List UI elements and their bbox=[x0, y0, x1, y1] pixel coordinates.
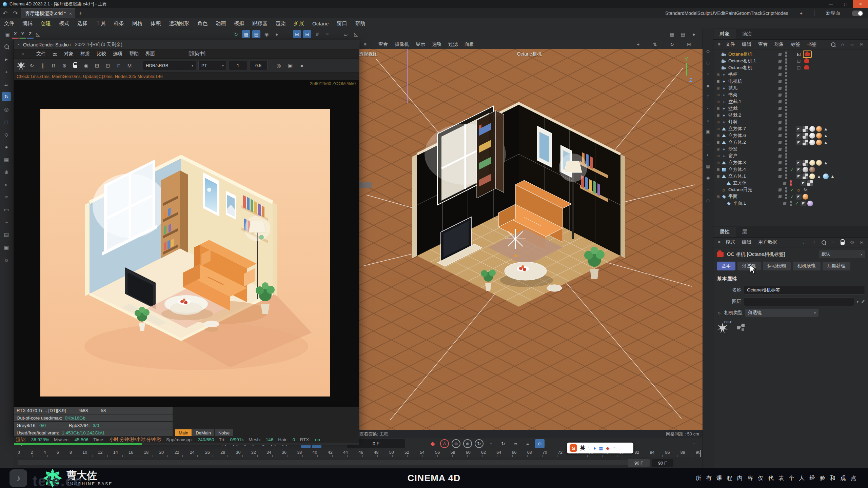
camera-type-dropdown[interactable]: 薄透镜▾ bbox=[745, 309, 818, 317]
octane-menu-item[interactable]: 对象 bbox=[61, 51, 77, 56]
object-row[interactable]: 立方体◤ bbox=[713, 180, 868, 186]
cube-icon[interactable]: ◻ bbox=[704, 59, 712, 66]
visibility-dots[interactable] bbox=[784, 119, 788, 125]
menu-item[interactable]: 文件 bbox=[0, 20, 18, 27]
octane-help-icon[interactable]: HELP bbox=[717, 323, 728, 333]
timeline-tick[interactable]: 26 bbox=[205, 450, 210, 455]
object-name[interactable]: 灯啊 bbox=[728, 119, 778, 125]
aperture-icon[interactable]: ◎ bbox=[274, 61, 283, 70]
menu-item[interactable]: 渲染 bbox=[272, 20, 290, 27]
object-row[interactable]: ⊞+书架 bbox=[713, 92, 868, 98]
object-name[interactable]: Octane相机.1 bbox=[728, 58, 778, 64]
brush-icon[interactable]: ● bbox=[2, 142, 11, 151]
checker-tag[interactable] bbox=[803, 174, 808, 179]
timeline-tick[interactable]: 54 bbox=[420, 450, 425, 455]
cube-primitive-icon[interactable]: ◻ bbox=[2, 117, 11, 126]
octane-menu-item[interactable]: 选项 bbox=[110, 51, 126, 56]
layout-tab[interactable]: UVEdit bbox=[711, 11, 726, 16]
toolbox-icon[interactable]: ∷ bbox=[612, 446, 615, 451]
popout-icon[interactable]: ⊡ bbox=[857, 40, 866, 48]
toggle-pla-icon[interactable]: ⊙ bbox=[535, 439, 545, 448]
workplane-mode-icon[interactable]: ▱ bbox=[342, 30, 350, 38]
render-check-icon[interactable]: ✓ bbox=[788, 187, 796, 192]
snap-grid-icon[interactable]: ⊟ bbox=[303, 30, 311, 38]
edit-toggle[interactable] bbox=[778, 148, 782, 151]
object-row[interactable]: ⊞立方体.3◤▲ bbox=[713, 159, 868, 166]
om-menu-item[interactable]: 查看 bbox=[755, 41, 771, 47]
object-row[interactable]: ⊞平面✓◤ bbox=[713, 193, 868, 200]
timeline-tick[interactable]: 28 bbox=[220, 450, 225, 455]
autokey-icon[interactable]: A bbox=[440, 439, 449, 448]
spline-pen-icon[interactable]: ~ bbox=[704, 105, 712, 113]
timeline-tick[interactable]: 82 bbox=[634, 450, 639, 455]
object-row[interactable]: ⊞立方体.1◤▲▲ bbox=[713, 173, 868, 180]
timeline-tick[interactable]: 44 bbox=[343, 450, 348, 455]
edit-toggle[interactable] bbox=[783, 202, 786, 205]
object-row[interactable]: ⊞+茶几 bbox=[713, 85, 868, 92]
tri-tag[interactable]: ▲ bbox=[823, 140, 829, 145]
range-start-field[interactable]: 90 F bbox=[628, 459, 650, 467]
edit-toggle[interactable] bbox=[778, 155, 782, 158]
timeline-tick[interactable]: 24 bbox=[190, 450, 195, 455]
octane-menu-item[interactable]: 帮助 bbox=[126, 51, 142, 56]
filter-icon[interactable]: ≂ bbox=[848, 40, 856, 48]
colorspace-dropdown[interactable]: HDR/sRGB▾ bbox=[143, 61, 196, 70]
timeline-tick[interactable]: 70 bbox=[542, 450, 547, 455]
sky-icon[interactable]: ◐ bbox=[704, 151, 712, 159]
modeling-modes-icon[interactable]: ≈ bbox=[323, 30, 332, 38]
object-row[interactable]: ⊞+盆栽 bbox=[713, 105, 868, 112]
menu-item[interactable]: 跟踪器 bbox=[248, 20, 272, 27]
object-name[interactable]: 立方体.3 bbox=[728, 160, 778, 166]
menu-icon[interactable]: ≡ bbox=[716, 41, 722, 47]
visibility-dots[interactable] bbox=[784, 58, 788, 64]
quantize-icon[interactable]: # bbox=[313, 30, 321, 38]
visibility-dots[interactable] bbox=[788, 201, 793, 206]
layout-tab[interactable]: Standard bbox=[665, 11, 685, 16]
section-tab[interactable]: 后期处理 bbox=[823, 262, 850, 270]
region-render-icon[interactable]: ◉ bbox=[82, 61, 91, 70]
object-row[interactable]: ⊞立方体.6◤▲ bbox=[713, 132, 868, 139]
visibility-dots[interactable] bbox=[784, 194, 788, 199]
visibility-dots[interactable] bbox=[784, 174, 788, 179]
document-tab[interactable]: 客厅建模渲染.c4d * × bbox=[21, 8, 75, 19]
layout-tab[interactable]: Sculpt bbox=[697, 11, 711, 16]
timeline-tick[interactable]: 62 bbox=[481, 450, 486, 455]
checker-tag[interactable] bbox=[803, 140, 808, 145]
mat-cream2-tag[interactable] bbox=[816, 160, 822, 166]
range-end-field[interactable]: 90 F bbox=[652, 459, 673, 467]
edit-toggle[interactable] bbox=[778, 114, 782, 117]
visibility-dots[interactable] bbox=[784, 167, 788, 172]
tri-tag[interactable]: ▲ bbox=[823, 133, 829, 139]
visibility-dots[interactable] bbox=[784, 52, 788, 57]
viewport-menu-item[interactable]: 面板 bbox=[461, 41, 477, 47]
object-name[interactable]: 盆栽.1 bbox=[728, 99, 778, 105]
flag-tag[interactable]: ◤ bbox=[801, 201, 806, 206]
octane-logo-icon[interactable] bbox=[17, 61, 25, 70]
camera-settings-icon[interactable]: ▣ bbox=[286, 61, 295, 70]
timeline-tick[interactable]: 6 bbox=[57, 450, 59, 455]
layout-tab[interactable]: Paint bbox=[725, 11, 736, 16]
material-picker-m-icon[interactable]: M bbox=[125, 61, 134, 70]
timeline-tick[interactable]: 34 bbox=[267, 450, 271, 455]
light-icon[interactable]: ☼ bbox=[704, 117, 712, 124]
render-check-icon[interactable]: ✓ bbox=[793, 201, 801, 206]
edit-toggle[interactable] bbox=[778, 107, 782, 110]
dolly-icon[interactable]: ⇅ bbox=[648, 40, 663, 48]
attr-menu-item[interactable]: 模式 bbox=[722, 239, 738, 245]
flag-tag[interactable]: ◤ bbox=[796, 126, 802, 132]
expand-toggle-icon[interactable]: ⊞ bbox=[715, 161, 721, 165]
mat-cream-tag[interactable] bbox=[809, 174, 815, 179]
microphone-icon[interactable]: ♦ bbox=[594, 446, 596, 451]
text-spline-icon[interactable]: T bbox=[704, 94, 712, 101]
attr-menu-item[interactable]: 编辑 bbox=[738, 239, 755, 245]
object-row[interactable]: ⊞+沙发 bbox=[713, 146, 868, 152]
magnet-icon[interactable]: ⊕ bbox=[2, 167, 11, 176]
menu-item[interactable]: 动画 bbox=[212, 20, 230, 27]
panel-tab[interactable]: 场次 bbox=[736, 29, 758, 39]
expand-toggle-icon[interactable]: ⊞ bbox=[715, 73, 721, 77]
edit-toggle[interactable] bbox=[778, 121, 782, 124]
search-icon[interactable] bbox=[820, 238, 828, 246]
visibility-dots[interactable] bbox=[784, 113, 788, 118]
axis-lock-button[interactable]: X bbox=[12, 30, 19, 39]
expand-toggle-icon[interactable]: ⊞ bbox=[715, 167, 721, 172]
